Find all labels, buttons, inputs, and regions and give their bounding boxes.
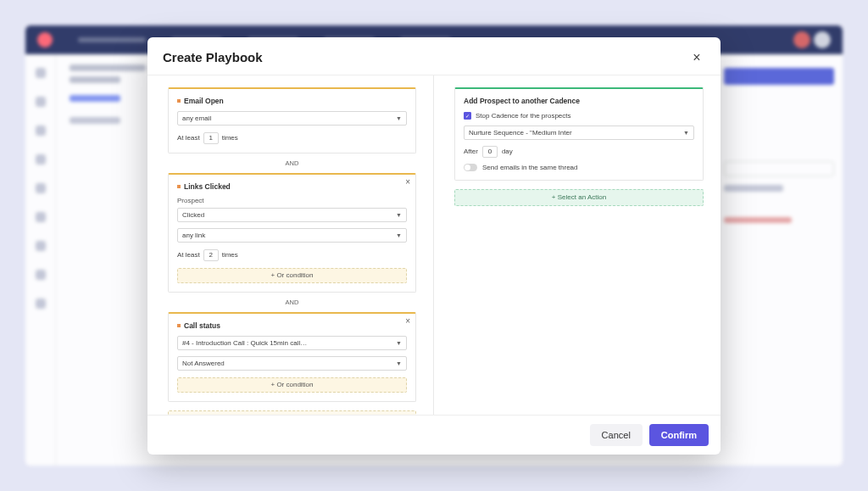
email-open-dropdown[interactable]: any email ▼ (177, 111, 407, 126)
or-condition-button[interactable]: + Or condition (177, 377, 407, 393)
modal-footer: Cancel Confirm (147, 415, 721, 455)
condition-title: Links Clicked (177, 182, 407, 191)
after-label: After (464, 148, 478, 155)
dropdown-value: Not Answered (182, 360, 225, 367)
modal-title: Create Playbook (163, 50, 263, 64)
or-condition-button[interactable]: + Or condition (177, 268, 407, 283)
remove-condition-button[interactable]: × (405, 316, 410, 326)
chevron-down-icon: ▼ (396, 232, 402, 238)
condition-title: Email Open (177, 97, 407, 105)
call-status-dropdown[interactable]: Not Answered ▼ (177, 356, 407, 371)
conditions-column[interactable]: Email Open any email ▼ At least 1 times … (147, 75, 434, 415)
condition-title-text: Links Clicked (184, 182, 231, 191)
chevron-down-icon: ▼ (683, 130, 689, 136)
bullet-icon (177, 99, 181, 103)
condition-title-text: Email Open (184, 97, 224, 105)
actions-column: Add Prospect to another Cadence ✓ Stop C… (434, 75, 721, 415)
condition-title-text: Call status (184, 321, 220, 330)
confirm-button[interactable]: Confirm (649, 424, 709, 446)
condition-links-clicked: × Links Clicked Prospect Clicked ▼ any l… (168, 173, 416, 293)
action-title: Add Prospect to another Cadence (464, 97, 694, 105)
remove-condition-button[interactable]: × (405, 177, 410, 187)
at-least-row: At least 2 times (177, 249, 407, 261)
at-least-input[interactable]: 2 (203, 249, 219, 261)
after-unit: day (502, 148, 513, 155)
dropdown-value: Clicked (182, 211, 204, 219)
bullet-icon (177, 185, 181, 188)
condition-title: Call status (177, 321, 407, 330)
dropdown-value: any link (182, 232, 205, 239)
chevron-down-icon: ▼ (396, 340, 402, 346)
call-step-dropdown[interactable]: #4 - Introduction Call : Quick 15min cal… (177, 336, 407, 350)
action-add-prospect-cadence: Add Prospect to another Cadence ✓ Stop C… (454, 87, 704, 181)
same-thread-toggle[interactable] (464, 164, 477, 171)
prospect-label: Prospect (177, 197, 407, 204)
at-least-label: At least (177, 134, 200, 142)
chevron-down-icon: ▼ (396, 360, 402, 366)
chevron-down-icon: ▼ (396, 212, 402, 218)
stop-cadence-row[interactable]: ✓ Stop Cadence for the prospects (464, 112, 694, 120)
same-thread-row: Send emails in the same thread (464, 164, 694, 171)
bullet-icon (177, 324, 181, 327)
cadence-sequence-dropdown[interactable]: Nurture Sequence - "Medium Inter ▼ (464, 126, 694, 140)
close-button[interactable]: × (688, 49, 705, 66)
add-condition-button[interactable]: + Add a condition (168, 410, 416, 415)
after-value-input[interactable]: 0 (482, 146, 498, 158)
stop-cadence-checkbox[interactable]: ✓ (464, 112, 471, 120)
dropdown-value: any email (182, 114, 211, 122)
after-delay-row: After 0 day (464, 146, 694, 158)
modal-body: Email Open any email ▼ At least 1 times … (147, 75, 721, 415)
select-action-button[interactable]: + Select an Action (454, 189, 704, 206)
at-least-row: At least 1 times (177, 132, 407, 144)
link-dropdown[interactable]: any link ▼ (177, 228, 407, 243)
cancel-button[interactable]: Cancel (590, 424, 643, 446)
clicked-dropdown[interactable]: Clicked ▼ (177, 208, 407, 222)
times-label: times (222, 251, 238, 259)
condition-call-status: × Call status #4 - Introduction Call : Q… (168, 312, 416, 402)
modal-overlay: Create Playbook × Email Open any email ▼ (0, 0, 868, 491)
modal-header: Create Playbook × (147, 37, 721, 75)
at-least-label: At least (177, 251, 200, 259)
at-least-input[interactable]: 1 (203, 132, 219, 144)
condition-email-open: Email Open any email ▼ At least 1 times (168, 87, 416, 153)
same-thread-label: Send emails in the same thread (482, 164, 578, 171)
times-label: times (222, 134, 238, 142)
chevron-down-icon: ▼ (396, 115, 402, 121)
dropdown-value: #4 - Introduction Call : Quick 15min cal… (182, 339, 307, 347)
and-separator: AND (168, 153, 416, 173)
dropdown-value: Nurture Sequence - "Medium Inter (469, 129, 572, 137)
and-separator: AND (168, 293, 416, 312)
stop-cadence-label: Stop Cadence for the prospects (476, 112, 571, 120)
create-playbook-modal: Create Playbook × Email Open any email ▼ (147, 37, 721, 455)
